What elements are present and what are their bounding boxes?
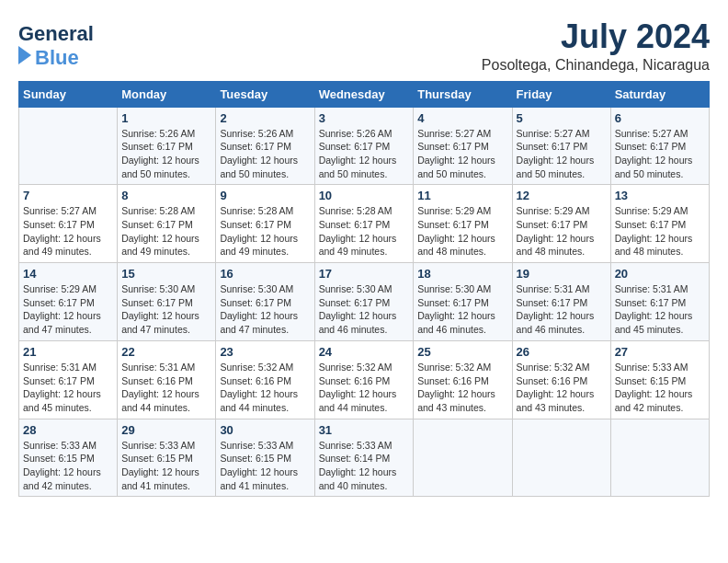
- day-info: Sunrise: 5:27 AM Sunset: 6:17 PM Dayligh…: [517, 127, 607, 181]
- day-info: Sunrise: 5:31 AM Sunset: 6:17 PM Dayligh…: [615, 282, 705, 337]
- day-info: Sunrise: 5:29 AM Sunset: 6:17 PM Dayligh…: [517, 204, 607, 259]
- logo-text: General Blue: [18, 18, 138, 73]
- day-info: Sunrise: 5:30 AM Sunset: 6:17 PM Dayligh…: [417, 282, 507, 337]
- day-info: Sunrise: 5:33 AM Sunset: 6:14 PM Dayligh…: [319, 439, 410, 493]
- day-info: Sunrise: 5:29 AM Sunset: 6:17 PM Dayligh…: [615, 204, 705, 259]
- col-header-tuesday: Tuesday: [216, 81, 314, 107]
- day-number: 3: [319, 111, 410, 125]
- day-info: Sunrise: 5:28 AM Sunset: 6:17 PM Dayligh…: [319, 204, 410, 259]
- day-cell: 6Sunrise: 5:27 AM Sunset: 6:17 PM Daylig…: [610, 107, 709, 185]
- day-cell: 12Sunrise: 5:29 AM Sunset: 6:17 PM Dayli…: [512, 185, 610, 263]
- day-info: Sunrise: 5:31 AM Sunset: 6:16 PM Dayligh…: [121, 361, 211, 415]
- day-cell: 9Sunrise: 5:28 AM Sunset: 6:17 PM Daylig…: [216, 185, 314, 263]
- day-number: 14: [23, 267, 113, 281]
- day-info: Sunrise: 5:33 AM Sunset: 6:15 PM Dayligh…: [23, 439, 113, 493]
- day-info: Sunrise: 5:33 AM Sunset: 6:15 PM Dayligh…: [121, 439, 211, 493]
- day-number: 6: [615, 111, 705, 125]
- week-row-4: 21Sunrise: 5:31 AM Sunset: 6:17 PM Dayli…: [19, 340, 710, 419]
- day-info: Sunrise: 5:26 AM Sunset: 6:17 PM Dayligh…: [220, 127, 310, 181]
- day-cell: 22Sunrise: 5:31 AM Sunset: 6:16 PM Dayli…: [118, 340, 216, 419]
- week-row-3: 14Sunrise: 5:29 AM Sunset: 6:17 PM Dayli…: [19, 263, 710, 341]
- day-cell: [19, 107, 118, 185]
- day-cell: 20Sunrise: 5:31 AM Sunset: 6:17 PM Dayli…: [610, 263, 709, 341]
- day-cell: 21Sunrise: 5:31 AM Sunset: 6:17 PM Dayli…: [19, 340, 118, 419]
- location: Posoltega, Chinandega, Nicaragua: [482, 57, 710, 74]
- day-cell: 15Sunrise: 5:30 AM Sunset: 6:17 PM Dayli…: [118, 263, 216, 341]
- day-cell: 19Sunrise: 5:31 AM Sunset: 6:17 PM Dayli…: [512, 263, 610, 341]
- day-number: 31: [319, 423, 410, 437]
- day-cell: 27Sunrise: 5:33 AM Sunset: 6:15 PM Dayli…: [610, 340, 709, 419]
- day-info: Sunrise: 5:29 AM Sunset: 6:17 PM Dayligh…: [417, 204, 507, 259]
- calendar-table: SundayMondayTuesdayWednesdayThursdayFrid…: [18, 81, 710, 498]
- day-number: 24: [319, 345, 410, 359]
- day-number: 10: [319, 189, 410, 202]
- day-cell: [512, 419, 610, 497]
- day-cell: 16Sunrise: 5:30 AM Sunset: 6:17 PM Dayli…: [216, 263, 314, 341]
- day-info: Sunrise: 5:32 AM Sunset: 6:16 PM Dayligh…: [417, 361, 507, 415]
- day-info: Sunrise: 5:32 AM Sunset: 6:16 PM Dayligh…: [517, 361, 607, 415]
- day-number: 26: [517, 345, 607, 359]
- day-cell: 4Sunrise: 5:27 AM Sunset: 6:17 PM Daylig…: [414, 107, 512, 185]
- day-number: 18: [417, 267, 507, 281]
- col-header-saturday: Saturday: [610, 81, 709, 107]
- day-info: Sunrise: 5:31 AM Sunset: 6:17 PM Dayligh…: [517, 282, 607, 337]
- day-number: 11: [417, 189, 507, 202]
- day-cell: 28Sunrise: 5:33 AM Sunset: 6:15 PM Dayli…: [19, 419, 118, 497]
- day-number: 21: [23, 345, 113, 359]
- col-header-sunday: Sunday: [19, 81, 118, 107]
- day-cell: 26Sunrise: 5:32 AM Sunset: 6:16 PM Dayli…: [512, 340, 610, 419]
- day-number: 20: [615, 267, 705, 281]
- day-info: Sunrise: 5:32 AM Sunset: 6:16 PM Dayligh…: [319, 361, 410, 415]
- day-cell: 30Sunrise: 5:33 AM Sunset: 6:15 PM Dayli…: [216, 419, 314, 497]
- day-number: 7: [23, 189, 113, 202]
- day-number: 12: [517, 189, 607, 202]
- day-info: Sunrise: 5:26 AM Sunset: 6:17 PM Dayligh…: [121, 127, 211, 181]
- day-number: 1: [121, 111, 211, 125]
- header-row: SundayMondayTuesdayWednesdayThursdayFrid…: [19, 81, 710, 107]
- day-cell: 8Sunrise: 5:28 AM Sunset: 6:17 PM Daylig…: [118, 185, 216, 263]
- day-number: 25: [417, 345, 507, 359]
- day-number: 13: [615, 189, 705, 202]
- logo: General Blue: [18, 18, 138, 73]
- day-number: 27: [615, 345, 705, 359]
- day-cell: [610, 419, 709, 497]
- day-number: 30: [220, 423, 310, 437]
- day-info: Sunrise: 5:32 AM Sunset: 6:16 PM Dayligh…: [220, 361, 310, 415]
- day-info: Sunrise: 5:29 AM Sunset: 6:17 PM Dayligh…: [23, 282, 113, 337]
- day-cell: 5Sunrise: 5:27 AM Sunset: 6:17 PM Daylig…: [512, 107, 610, 185]
- day-info: Sunrise: 5:30 AM Sunset: 6:17 PM Dayligh…: [220, 282, 310, 337]
- day-cell: 14Sunrise: 5:29 AM Sunset: 6:17 PM Dayli…: [19, 263, 118, 341]
- col-header-monday: Monday: [118, 81, 216, 107]
- day-cell: 29Sunrise: 5:33 AM Sunset: 6:15 PM Dayli…: [118, 419, 216, 497]
- day-info: Sunrise: 5:27 AM Sunset: 6:17 PM Dayligh…: [417, 127, 507, 181]
- svg-text:General: General: [18, 22, 94, 45]
- day-cell: 3Sunrise: 5:26 AM Sunset: 6:17 PM Daylig…: [314, 107, 414, 185]
- day-number: 15: [121, 267, 211, 281]
- day-info: Sunrise: 5:33 AM Sunset: 6:15 PM Dayligh…: [220, 439, 310, 493]
- day-cell: 1Sunrise: 5:26 AM Sunset: 6:17 PM Daylig…: [118, 107, 216, 185]
- day-info: Sunrise: 5:31 AM Sunset: 6:17 PM Dayligh…: [23, 361, 113, 415]
- week-row-5: 28Sunrise: 5:33 AM Sunset: 6:15 PM Dayli…: [19, 419, 710, 497]
- day-info: Sunrise: 5:30 AM Sunset: 6:17 PM Dayligh…: [121, 282, 211, 337]
- day-cell: 10Sunrise: 5:28 AM Sunset: 6:17 PM Dayli…: [314, 185, 414, 263]
- day-cell: 7Sunrise: 5:27 AM Sunset: 6:17 PM Daylig…: [19, 185, 118, 263]
- day-number: 17: [319, 267, 410, 281]
- day-number: 29: [121, 423, 211, 437]
- day-number: 4: [417, 111, 507, 125]
- day-number: 9: [220, 189, 310, 202]
- day-number: 19: [517, 267, 607, 281]
- col-header-thursday: Thursday: [414, 81, 512, 107]
- day-cell: 17Sunrise: 5:30 AM Sunset: 6:17 PM Dayli…: [314, 263, 414, 341]
- day-cell: [414, 419, 512, 497]
- day-info: Sunrise: 5:33 AM Sunset: 6:15 PM Dayligh…: [615, 361, 705, 415]
- svg-marker-1: [18, 46, 31, 64]
- day-info: Sunrise: 5:27 AM Sunset: 6:17 PM Dayligh…: [23, 204, 113, 259]
- day-number: 2: [220, 111, 310, 125]
- week-row-2: 7Sunrise: 5:27 AM Sunset: 6:17 PM Daylig…: [19, 185, 710, 263]
- day-cell: 31Sunrise: 5:33 AM Sunset: 6:14 PM Dayli…: [314, 419, 414, 497]
- day-cell: 24Sunrise: 5:32 AM Sunset: 6:16 PM Dayli…: [314, 340, 414, 419]
- day-number: 8: [121, 189, 211, 202]
- day-number: 5: [517, 111, 607, 125]
- day-info: Sunrise: 5:30 AM Sunset: 6:17 PM Dayligh…: [319, 282, 410, 337]
- day-cell: 23Sunrise: 5:32 AM Sunset: 6:16 PM Dayli…: [216, 340, 314, 419]
